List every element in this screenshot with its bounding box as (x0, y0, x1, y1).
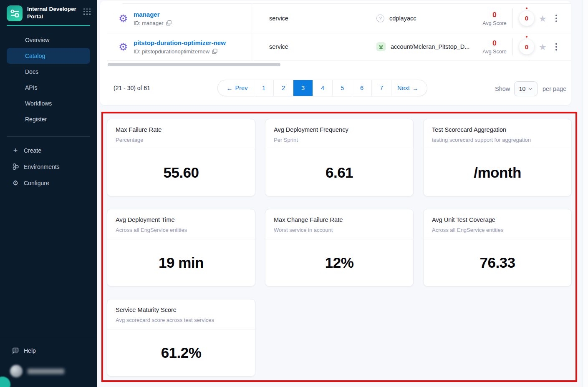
brand-header: Internal Developer Portal (0, 0, 97, 21)
help-chat-icon: ? (12, 347, 19, 354)
card-title: Avg Deployment Frequency (274, 126, 405, 133)
page-size-select[interactable]: 10 (514, 81, 538, 96)
copy-icon[interactable] (166, 20, 172, 25)
plus-icon: + (12, 147, 19, 154)
page-button-2[interactable]: 2 (273, 80, 293, 96)
card-value: 55.60 (107, 149, 255, 196)
card-value: 12% (265, 239, 413, 286)
pagination-range: (21 - 30) of 61 (114, 85, 150, 91)
page-button-1[interactable]: 1 (254, 80, 273, 96)
avg-score-cell: 0 Avg Score (482, 39, 507, 55)
create-label: Create (24, 147, 41, 154)
card-subtitle: Across all EngService entities (432, 227, 563, 233)
card-subtitle: Per Sprint (274, 137, 405, 143)
metric-card-avg-deployment-frequency: Avg Deployment Frequency Per Sprint 6.61 (265, 119, 414, 196)
chevron-down-icon (528, 88, 532, 90)
apps-grid-icon[interactable] (83, 8, 91, 15)
card-title: Avg Deployment Time (116, 216, 247, 223)
app-logo-icon (7, 5, 23, 21)
avg-score-label: Avg Score (482, 20, 507, 26)
arrow-left-icon: ← (227, 85, 233, 92)
page-button-5[interactable]: 5 (332, 80, 352, 96)
user-menu[interactable] (0, 365, 97, 377)
prev-page-button[interactable]: ← Prev (218, 80, 254, 96)
gauge-dot (526, 8, 527, 9)
copy-icon[interactable] (212, 49, 217, 54)
environments-icon (12, 163, 19, 170)
score-gauge: 0 (519, 10, 535, 26)
entity-id: ID: manager (134, 20, 172, 26)
help-button[interactable]: ? Help (0, 343, 97, 359)
sidebar-item-overview[interactable]: Overview (0, 32, 97, 48)
card-value: 6.61 (265, 149, 413, 196)
card-subtitle: Across all EngService entities (116, 227, 247, 233)
chat-widget-bubble[interactable] (0, 377, 10, 387)
score-gauge: 0 (519, 39, 535, 55)
gauge-dot (526, 36, 527, 38)
card-subtitle: Percentage (116, 137, 247, 143)
entity-owner: ? cdplayacc (376, 14, 416, 22)
page-button-3[interactable]: 3 (293, 80, 313, 96)
favorite-star-icon[interactable]: ★ (539, 43, 547, 51)
question-circle-icon: ? (376, 14, 384, 22)
pagination: ← Prev 1 2 3 4 5 6 7 Next → (217, 80, 427, 96)
favorite-star-icon[interactable]: ★ (539, 14, 547, 23)
help-label: Help (24, 347, 36, 354)
card-subtitle: testing scorecard support for aggregatio… (432, 137, 563, 143)
sidebar-item-environments[interactable]: Environments (0, 158, 97, 175)
brand-underline (7, 25, 90, 26)
table-row: ⚙ manager ID: manager service ? cdplayac… (100, 3, 571, 33)
catalog-table-panel: ⚙ manager ID: manager service ? cdplayac… (100, 1, 571, 105)
metric-cards-grid: Max Failure Rate Percentage 55.60 Avg De… (107, 119, 572, 377)
metric-card-avg-deployment-time: Avg Deployment Time Across all EngServic… (107, 209, 255, 286)
entity-owner: account/Mcleran_Pitstop_D... (376, 42, 469, 51)
sidebar-item-apis[interactable]: APIs (0, 80, 97, 95)
page-button-6[interactable]: 6 (352, 80, 371, 96)
group-icon (376, 42, 386, 51)
metric-card-max-failure-rate: Max Failure Rate Percentage 55.60 (107, 119, 255, 196)
sidebar-item-docs[interactable]: Docs (0, 64, 97, 80)
card-value: 61.2% (107, 329, 255, 376)
kebab-menu-icon[interactable] (554, 41, 559, 52)
entity-name-link[interactable]: pitstop-duration-optimizer-new (134, 39, 226, 46)
sidebar-nav: Overview Catalog Docs APIs Workflows Reg… (0, 32, 97, 127)
sidebar-footer: ? Help (0, 338, 97, 377)
avatar (10, 365, 23, 377)
card-value: 19 min (107, 239, 255, 286)
card-title: Test Scorecard Aggregation (432, 126, 563, 133)
page-button-4[interactable]: 4 (313, 80, 332, 96)
sidebar-divider (7, 136, 90, 137)
card-title: Avg Unit Test Coverage (432, 216, 563, 223)
sidebar-item-create[interactable]: + Create (0, 142, 97, 158)
horizontal-scrollbar[interactable] (108, 63, 280, 66)
row-divider (107, 60, 571, 61)
sidebar: Internal Developer Portal Overview Catal… (0, 0, 97, 387)
avg-score-value: 0 (482, 39, 507, 48)
cell-separator (512, 38, 513, 55)
configure-label: Configure (24, 180, 49, 186)
svg-text:?: ? (15, 349, 17, 352)
vertical-scrollbar[interactable] (583, 0, 588, 387)
entity-gear-icon: ⚙ (119, 42, 128, 52)
entity-name-link[interactable]: manager (134, 10, 172, 18)
page-button-7[interactable]: 7 (371, 80, 391, 96)
metric-card-test-scorecard-aggregation: Test Scorecard Aggregation testing score… (423, 119, 572, 196)
entity-type: service (269, 15, 288, 22)
next-page-button[interactable]: Next → (391, 80, 427, 96)
card-title: Max Change Failure Rate (274, 216, 405, 223)
card-title: Service Maturity Score (116, 307, 247, 313)
gear-icon: ⚙ (12, 180, 19, 186)
avg-score-label: Avg Score (482, 49, 507, 55)
entity-name-cell: manager ID: manager (134, 10, 172, 26)
entity-gear-icon: ⚙ (119, 13, 128, 23)
app-title: Internal Developer Portal (27, 5, 76, 20)
cell-separator (512, 8, 513, 28)
sidebar-item-configure[interactable]: ⚙ Configure (0, 175, 97, 191)
sidebar-item-workflows[interactable]: Workflows (0, 95, 97, 111)
card-title: Max Failure Rate (116, 126, 247, 133)
arrow-right-icon: → (412, 85, 419, 92)
sidebar-item-catalog[interactable]: Catalog (7, 48, 90, 64)
sidebar-item-register[interactable]: Register (0, 111, 97, 127)
user-name-redacted (28, 369, 64, 374)
kebab-menu-icon[interactable] (554, 13, 559, 24)
